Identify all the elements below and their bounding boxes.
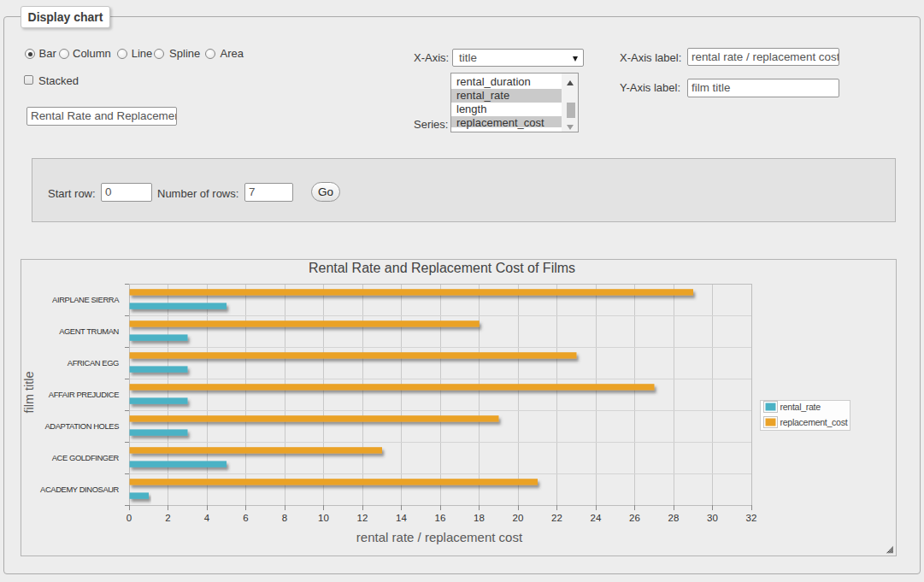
svg-text:AFFAIR PREJUDICE: AFFAIR PREJUDICE: [49, 390, 119, 399]
svg-text:20: 20: [513, 513, 524, 523]
svg-text:6: 6: [243, 513, 248, 523]
svg-text:28: 28: [668, 513, 680, 523]
svg-text:ACE GOLDFINGER: ACE GOLDFINGER: [52, 453, 120, 462]
svg-text:32: 32: [746, 513, 757, 523]
svg-text:AIRPLANE SIERRA: AIRPLANE SIERRA: [52, 295, 120, 304]
svg-text:AFRICAN EGG: AFRICAN EGG: [68, 358, 119, 367]
svg-text:22: 22: [551, 513, 562, 523]
svg-text:14: 14: [396, 513, 407, 523]
svg-text:12: 12: [357, 513, 368, 523]
svg-text:replacement_cost: replacement_cost: [780, 417, 848, 427]
svg-text:0: 0: [127, 513, 132, 523]
svg-text:8: 8: [282, 513, 287, 523]
svg-text:rental_rate: rental_rate: [780, 402, 821, 412]
svg-text:film title: film title: [22, 371, 36, 413]
svg-text:AGENT TRUMAN: AGENT TRUMAN: [59, 326, 119, 336]
svg-text:Rental Rate and Replacement Co: Rental Rate and Replacement Cost of Film…: [309, 261, 575, 275]
svg-text:ACADEMY DINOSAUR: ACADEMY DINOSAUR: [40, 485, 120, 494]
svg-text:26: 26: [629, 513, 640, 523]
svg-text:2: 2: [165, 513, 170, 523]
svg-text:18: 18: [474, 513, 485, 523]
svg-text:16: 16: [435, 513, 446, 523]
svg-text:ADAPTATION HOLES: ADAPTATION HOLES: [45, 421, 120, 431]
svg-text:10: 10: [318, 513, 329, 523]
svg-text:rental rate / replacement cost: rental rate / replacement cost: [356, 530, 523, 544]
svg-text:4: 4: [204, 513, 210, 523]
svg-text:24: 24: [591, 513, 602, 523]
svg-text:30: 30: [707, 513, 718, 523]
